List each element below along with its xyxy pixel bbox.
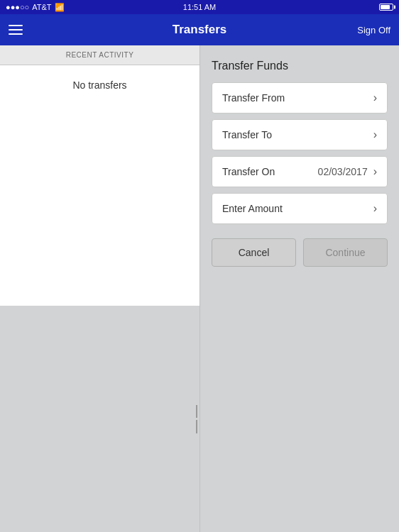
enter-amount-row[interactable]: Enter Amount › bbox=[212, 193, 388, 224]
chevron-right-icon: › bbox=[373, 165, 377, 178]
chevron-right-icon: › bbox=[373, 202, 377, 215]
page-title: Transfers bbox=[173, 23, 227, 37]
battery-icon bbox=[379, 4, 393, 11]
recent-activity-label: RECENT ACTIVITY bbox=[66, 51, 134, 59]
transfer-to-right: › bbox=[373, 128, 377, 141]
status-bar: ●●●○○ AT&T 📶 11:51 AM bbox=[0, 0, 399, 14]
cancel-button[interactable]: Cancel bbox=[212, 238, 296, 267]
sign-off-button[interactable]: Sign Off bbox=[357, 25, 390, 35]
hamburger-menu-button[interactable] bbox=[9, 25, 23, 35]
no-transfers-label: No transfers bbox=[72, 79, 126, 91]
no-transfers-area: No transfers bbox=[0, 65, 200, 306]
status-right bbox=[379, 4, 393, 11]
left-panel: RECENT ACTIVITY No transfers bbox=[0, 45, 200, 532]
chevron-right-icon: › bbox=[373, 128, 377, 141]
panel-drag-handle[interactable] bbox=[194, 405, 200, 433]
button-row: Cancel Continue bbox=[212, 238, 388, 267]
section-title: Transfer Funds bbox=[212, 60, 388, 72]
transfer-on-value: 02/03/2017 bbox=[318, 166, 368, 177]
right-panel: Transfer Funds Transfer From › Transfer … bbox=[200, 45, 399, 532]
chevron-right-icon: › bbox=[373, 92, 377, 104]
carrier-label: AT&T bbox=[32, 3, 51, 11]
left-bottom-area bbox=[0, 306, 200, 532]
main-layout: RECENT ACTIVITY No transfers Transfer Fu… bbox=[0, 45, 399, 532]
transfer-on-right: 02/03/2017 › bbox=[318, 165, 377, 178]
status-time: 11:51 AM bbox=[183, 3, 216, 11]
transfer-on-label: Transfer On bbox=[222, 166, 275, 177]
nav-bar: Transfers Sign Off bbox=[0, 14, 399, 45]
enter-amount-label: Enter Amount bbox=[222, 203, 283, 214]
status-left: ●●●○○ AT&T 📶 bbox=[6, 3, 65, 12]
continue-button[interactable]: Continue bbox=[303, 238, 388, 267]
transfer-on-row[interactable]: Transfer On 02/03/2017 › bbox=[212, 156, 388, 187]
recent-activity-header: RECENT ACTIVITY bbox=[0, 45, 200, 65]
transfer-from-right: › bbox=[373, 92, 377, 104]
transfer-from-label: Transfer From bbox=[222, 92, 285, 104]
enter-amount-right: › bbox=[373, 202, 377, 215]
wifi-icon: 📶 bbox=[55, 3, 65, 12]
transfer-to-label: Transfer To bbox=[222, 129, 272, 140]
transfer-to-row[interactable]: Transfer To › bbox=[212, 119, 388, 150]
transfer-from-row[interactable]: Transfer From › bbox=[212, 82, 388, 113]
signal-dots: ●●●○○ bbox=[6, 3, 29, 11]
